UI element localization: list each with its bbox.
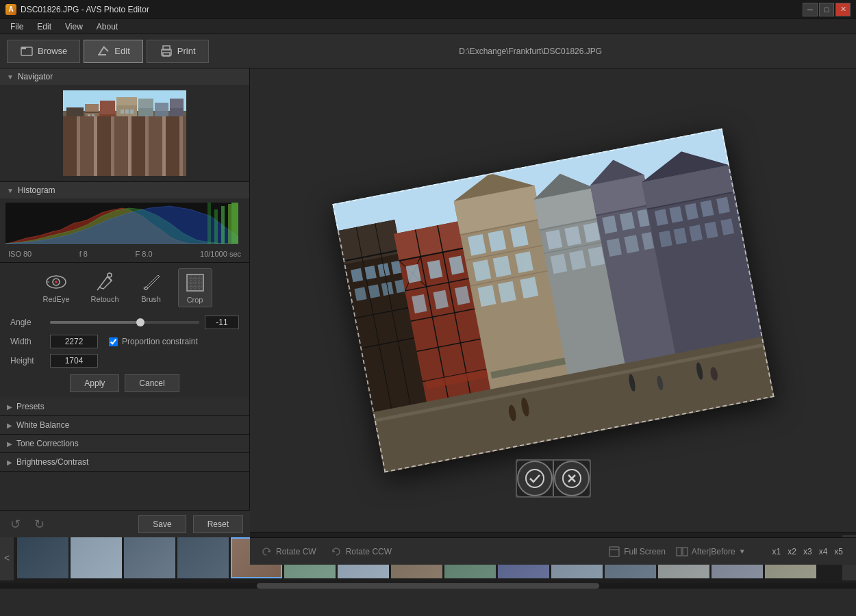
filmstrip-item[interactable]: [17, 537, 68, 578]
svg-rect-18: [138, 104, 153, 162]
white-balance-label: White Balance: [16, 420, 69, 430]
svg-rect-42: [221, 206, 225, 244]
height-value-input[interactable]: [50, 354, 98, 368]
svg-rect-1: [21, 47, 26, 49]
window-title: DSC01826.JPG - AVS Photo Editor: [21, 5, 803, 14]
maximize-button[interactable]: □: [819, 3, 834, 16]
svg-rect-36: [130, 110, 134, 114]
svg-rect-2: [98, 54, 106, 55]
histogram-svg: [5, 203, 238, 244]
svg-rect-23: [170, 99, 184, 108]
redo-button[interactable]: ↻: [31, 515, 48, 533]
navigator-header[interactable]: ▼ Navigator: [0, 68, 249, 85]
brightness-contrast-label: Brightness/Contrast: [16, 457, 88, 467]
canvas-confirm-area: [516, 459, 591, 498]
menu-file[interactable]: File: [3, 21, 30, 33]
zoom-x3-button[interactable]: x3: [801, 546, 815, 558]
svg-rect-29: [76, 129, 79, 133]
brush-tool[interactable]: Brush: [135, 268, 168, 307]
controls-row: Rotate CW Rotate CCW Full Screen After|B…: [250, 537, 856, 565]
menu-edit[interactable]: Edit: [30, 21, 58, 33]
nav-image-placeholder: [63, 90, 186, 176]
window-controls: ─ □ ✕: [803, 3, 851, 16]
menu-view[interactable]: View: [58, 21, 90, 33]
svg-rect-31: [92, 114, 95, 118]
horizontal-scrollbar[interactable]: [0, 583, 856, 589]
edit-icon: [97, 44, 110, 58]
apply-button[interactable]: Apply: [70, 374, 119, 392]
svg-line-50: [97, 287, 99, 290]
svg-rect-38: [63, 164, 186, 168]
cancel-button[interactable]: Cancel: [125, 374, 179, 392]
canvas-confirm-button[interactable]: [517, 461, 553, 496]
crop-tool[interactable]: Crop: [178, 268, 212, 307]
brightness-contrast-arrow: ▶: [7, 459, 12, 466]
proportion-constraint-row: Proportion constraint: [109, 337, 198, 346]
rotate-cw-icon: [260, 546, 273, 558]
filmstrip-item[interactable]: [71, 537, 122, 578]
redeye-tool[interactable]: RedEye: [37, 268, 75, 307]
bottom-left-actions: ↺ ↻ Save Reset: [0, 510, 250, 537]
zoom-x4-button[interactable]: x4: [816, 546, 831, 558]
main-photo-svg: [332, 128, 775, 472]
svg-rect-41: [214, 209, 218, 244]
zoom-x1-button[interactable]: x1: [770, 546, 784, 558]
canvas-cancel-button[interactable]: [554, 461, 590, 496]
filmstrip-item[interactable]: [177, 537, 229, 578]
presets-header[interactable]: ▶ Presets: [0, 398, 249, 415]
svg-rect-161: [683, 548, 688, 556]
confirm-wrapper: [517, 461, 590, 496]
rotate-ccw-button[interactable]: Rotate CCW: [330, 546, 392, 558]
filmstrip-item[interactable]: [124, 537, 175, 578]
filmstrip-prev-button[interactable]: <: [0, 535, 14, 580]
svg-rect-34: [121, 110, 124, 114]
angle-slider[interactable]: [50, 321, 199, 324]
save-button[interactable]: Save: [138, 515, 186, 533]
browse-button[interactable]: Browse: [7, 40, 80, 63]
after-before-dropdown-icon[interactable]: ▼: [739, 548, 746, 555]
full-screen-button[interactable]: Full Screen: [608, 546, 666, 558]
retouch-icon: [94, 271, 116, 293]
histogram-section: ▼ Histogram: [0, 182, 249, 263]
close-button[interactable]: ✕: [835, 3, 851, 16]
svg-rect-28: [71, 129, 75, 133]
exif-info: ISO 80 f 8 F 8.0 10/1000 sec: [0, 248, 249, 262]
tool-icons-row: RedEye Retouch Brush: [0, 263, 249, 310]
retouch-tool[interactable]: Retouch: [86, 268, 125, 307]
zoom-x2-button[interactable]: x2: [785, 546, 799, 558]
navigator-title: Navigator: [18, 72, 53, 81]
rotate-cw-button[interactable]: Rotate CW: [260, 546, 316, 558]
zoom-x5-button[interactable]: x5: [831, 546, 846, 558]
tone-corrections-label: Tone Corrections: [16, 439, 79, 448]
print-button[interactable]: Print: [147, 40, 209, 63]
svg-rect-12: [85, 104, 99, 162]
white-balance-header[interactable]: ▶ White Balance: [0, 416, 249, 434]
menu-bar: File Edit View About: [0, 19, 856, 34]
svg-rect-7: [163, 53, 170, 56]
width-value-input[interactable]: [50, 335, 98, 348]
angle-value-input[interactable]: [205, 316, 239, 329]
svg-rect-40: [207, 203, 211, 244]
panel-scroll[interactable]: ▼ Navigator: [0, 68, 249, 532]
exif-shutter: 10/1000 sec: [200, 250, 241, 258]
undo-button[interactable]: ↺: [7, 515, 24, 533]
svg-rect-10: [66, 107, 84, 162]
crop-buttons: Apply Cancel: [10, 374, 239, 392]
svg-rect-160: [677, 548, 681, 556]
main-photo: [332, 128, 775, 472]
after-before-button[interactable]: After|Before ▼: [676, 546, 746, 558]
angle-row: Angle: [10, 316, 239, 329]
full-screen-label: Full Screen: [624, 547, 666, 556]
histogram-header[interactable]: ▼ Histogram: [0, 182, 249, 198]
svg-rect-15: [100, 101, 115, 114]
height-label: Height: [10, 356, 45, 365]
reset-button[interactable]: Reset: [193, 515, 243, 533]
menu-about[interactable]: About: [90, 21, 125, 33]
proportion-constraint-checkbox[interactable]: [109, 337, 118, 346]
tone-corrections-header[interactable]: ▶ Tone Corrections: [0, 435, 249, 452]
minimize-button[interactable]: ─: [803, 3, 818, 16]
exif-aperture: f 8: [79, 250, 88, 258]
svg-rect-22: [170, 104, 184, 162]
brightness-contrast-header[interactable]: ▶ Brightness/Contrast: [0, 453, 249, 471]
edit-button[interactable]: Edit: [84, 40, 142, 63]
